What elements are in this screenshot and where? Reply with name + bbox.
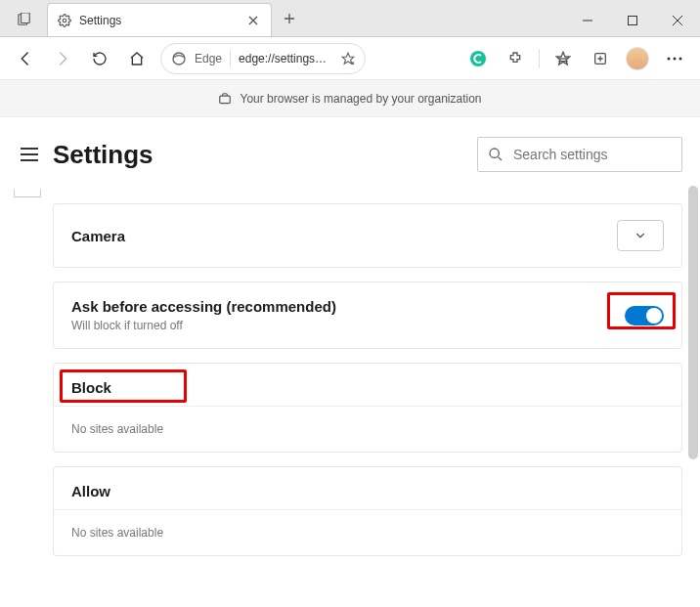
home-button[interactable] xyxy=(119,41,154,76)
extensions-icon[interactable] xyxy=(498,41,533,76)
settings-search[interactable] xyxy=(477,137,682,172)
highlight-block xyxy=(60,369,187,403)
extension-grammarly-icon[interactable] xyxy=(460,41,496,76)
managed-text: Your browser is managed by your organiza… xyxy=(240,92,481,106)
ask-subtitle: Will block if turned off xyxy=(71,319,336,332)
allow-title: Allow xyxy=(54,467,681,510)
ask-before-row: Ask before accessing (recommended) Will … xyxy=(54,282,681,348)
window-controls xyxy=(565,5,700,36)
new-tab-button[interactable] xyxy=(276,5,303,32)
forward-button[interactable] xyxy=(45,41,80,76)
collections-icon[interactable] xyxy=(583,41,618,76)
svg-point-12 xyxy=(674,57,677,60)
tab-strip: Settings xyxy=(0,0,303,36)
settings-content: Camera Ask before accessing (recommended… xyxy=(0,190,700,607)
settings-header: Settings xyxy=(0,117,700,190)
edge-logo-icon xyxy=(171,51,187,66)
svg-point-2 xyxy=(63,19,66,22)
favorites-icon[interactable] xyxy=(546,41,581,76)
title-bar: Settings xyxy=(0,0,700,37)
browser-toolbar: Edge edge://settings… xyxy=(0,37,700,80)
address-url: edge://settings… xyxy=(239,52,333,65)
ask-title: Ask before accessing (recommended) xyxy=(71,298,336,315)
ask-before-card: Ask before accessing (recommended) Will … xyxy=(53,282,682,349)
tab-title: Settings xyxy=(79,14,238,27)
cropped-element xyxy=(14,190,41,197)
svg-point-4 xyxy=(173,53,185,65)
back-button[interactable] xyxy=(8,41,43,76)
divider xyxy=(230,51,231,66)
camera-title: Camera xyxy=(71,228,125,244)
chevron-down-icon xyxy=(634,229,647,242)
menu-button[interactable] xyxy=(18,143,41,166)
camera-card: Camera xyxy=(53,203,682,268)
minimize-button[interactable] xyxy=(565,5,610,36)
more-menu-button[interactable] xyxy=(657,41,692,76)
block-card: Block No sites available xyxy=(53,363,682,453)
svg-rect-14 xyxy=(220,96,231,104)
tab-actions-icon[interactable] xyxy=(8,3,41,36)
address-label: Edge xyxy=(195,52,222,65)
block-empty: No sites available xyxy=(54,407,681,452)
divider xyxy=(539,49,540,68)
search-input[interactable] xyxy=(513,147,672,162)
browser-tab[interactable]: Settings xyxy=(47,3,272,36)
svg-point-11 xyxy=(668,57,671,60)
gear-icon xyxy=(58,14,71,27)
managed-banner: Your browser is managed by your organiza… xyxy=(0,80,700,117)
allow-card: Allow No sites available xyxy=(53,466,682,556)
expand-button[interactable] xyxy=(617,220,664,251)
maximize-button[interactable] xyxy=(610,5,655,36)
close-tab-icon[interactable] xyxy=(245,13,261,28)
svg-point-8 xyxy=(470,51,486,66)
profile-avatar[interactable] xyxy=(620,41,655,76)
address-bar[interactable]: Edge edge://settings… xyxy=(160,43,366,74)
allow-empty: No sites available xyxy=(54,510,681,555)
svg-rect-1 xyxy=(22,13,30,23)
scrollbar[interactable] xyxy=(688,186,698,459)
close-window-button[interactable] xyxy=(655,5,700,36)
page-title: Settings xyxy=(53,140,153,170)
camera-row[interactable]: Camera xyxy=(54,204,681,267)
svg-point-15 xyxy=(490,149,499,157)
highlight-toggle xyxy=(607,292,676,329)
search-icon xyxy=(488,147,503,162)
refresh-button[interactable] xyxy=(82,41,117,76)
svg-point-13 xyxy=(679,57,682,60)
svg-rect-3 xyxy=(629,17,637,25)
briefcase-icon xyxy=(218,92,232,106)
favorite-star-icon[interactable] xyxy=(341,52,355,65)
